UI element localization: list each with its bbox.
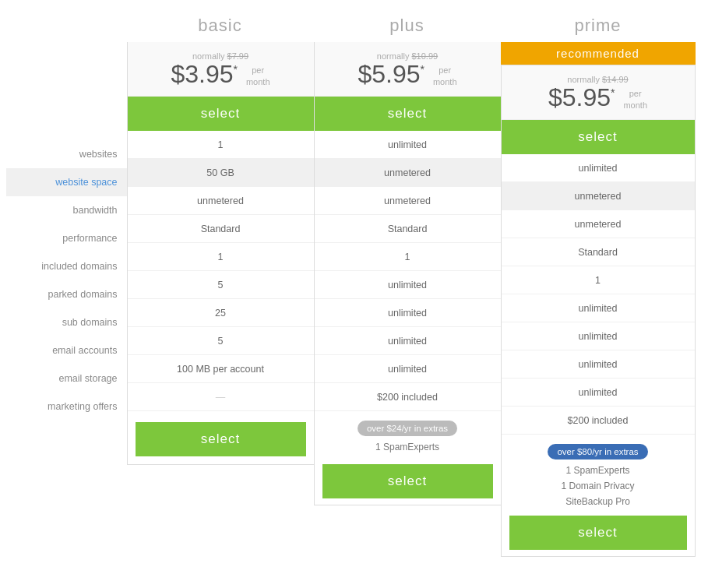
plus-performance: Standard [315,215,501,243]
pricing-table: websites website space bandwidth perform… [0,0,701,572]
plus-plan-card: normally $10.99 $5.95* permonth select u… [314,42,501,505]
prime-plan-card: normally $14.99 $5.95* permonth select u… [501,65,696,557]
label-websites: websites [6,140,127,168]
prime-parked-domains: unlimited [502,294,695,322]
prime-select-top[interactable]: select [502,120,695,154]
basic-marketing-offers: — [128,383,314,411]
prime-bandwidth: unmetered [502,210,695,238]
prime-per-month: permonth [623,88,647,111]
basic-per-month: permonth [246,65,270,87]
prime-website-space: unmetered [502,182,695,210]
plus-select-bottom[interactable]: select [322,464,493,498]
plus-parked-domains: unlimited [315,271,501,299]
basic-websites: 1 [128,131,314,159]
plus-extras-item-0: 1 SpamExperts [322,439,493,455]
plus-email-accounts: unlimited [315,327,501,355]
prime-extras-item-0: 1 SpamExperts [509,463,687,478]
prime-plan-name: prime [501,16,696,42]
label-email-storage: email storage [6,364,127,393]
label-sub-domains: sub domains [6,308,127,336]
prime-email-accounts: unlimited [502,350,695,379]
prime-websites: unlimited [502,154,695,182]
plus-per-month: permonth [433,65,457,87]
prime-price-box: normally $14.99 $5.95* permonth [502,65,695,120]
basic-included-domains: 1 [128,243,314,271]
plus-select-top[interactable]: select [315,97,501,131]
plus-included-domains: 1 [315,243,501,271]
basic-plan-name: basic [127,16,314,42]
label-parked-domains: parked domains [6,280,127,308]
plus-sub-domains: unlimited [315,299,501,327]
basic-select-bottom[interactable]: select [136,422,306,456]
prime-extras-item-1: 1 Domain Privacy [509,478,687,494]
basic-plan-card: normally $7.99 $3.95* permonth select 1 … [127,42,314,465]
plus-marketing-offers: $200 included [315,383,501,411]
plus-price-box: normally $10.99 $5.95* permonth [315,42,501,97]
label-performance: performance [6,224,127,252]
basic-price: $3.95* permonth [136,61,306,88]
basic-parked-domains: 5 [128,271,314,299]
prime-performance: Standard [502,238,695,266]
basic-price-box: normally $7.99 $3.95* permonth [128,42,314,97]
prime-extras-badge: over $80/yr in extras [548,444,647,459]
basic-select-top[interactable]: select [128,97,314,131]
plus-websites: unlimited [315,131,501,159]
plus-price: $5.95* permonth [322,61,493,88]
prime-marketing-offers: $200 included [502,407,695,435]
plan-plus: plus normally $10.99 $5.95* permonth sel… [314,16,501,505]
plan-prime: prime recommended normally $14.99 $5.95*… [501,16,696,557]
prime-sub-domains: unlimited [502,322,695,350]
labels-column: websites website space bandwidth perform… [6,16,127,421]
prime-email-storage: unlimited [502,379,695,407]
basic-email-storage: 100 MB per account [128,355,314,383]
label-included-domains: included domains [6,252,127,280]
plan-basic: basic normally $7.99 $3.95* permonth sel… [127,16,314,465]
plus-website-space: unmetered [315,159,501,187]
basic-website-space: 50 GB [128,159,314,187]
basic-bandwidth: unmetered [128,187,314,215]
label-bandwidth: bandwidth [6,196,127,224]
label-website-space: website space [6,168,127,196]
prime-extras-item-2: SiteBackup Pro [509,494,687,509]
label-email-accounts: email accounts [6,336,127,364]
basic-sub-domains: 25 [128,299,314,327]
plus-extras-badge: over $24/yr in extras [358,421,457,436]
prime-recommended-banner: recommended [501,42,696,65]
basic-email-accounts: 5 [128,327,314,355]
prime-select-bottom[interactable]: select [509,516,687,550]
prime-included-domains: 1 [502,266,695,294]
plus-plan-name: plus [314,16,501,42]
plus-email-storage: unlimited [315,355,501,383]
label-marketing-offers: marketing offers [6,393,127,421]
plus-bandwidth: unmetered [315,187,501,215]
basic-performance: Standard [128,215,314,243]
prime-price: $5.95* permonth [509,84,687,111]
